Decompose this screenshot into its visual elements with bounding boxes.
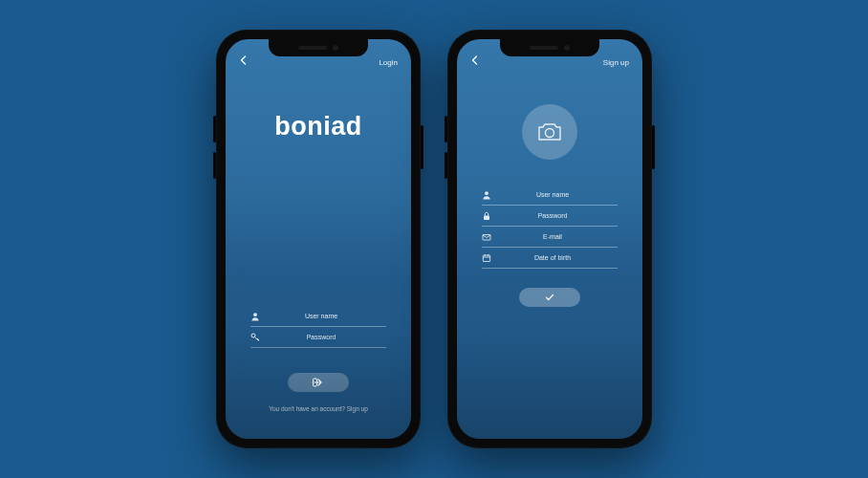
svg-point-3 (546, 129, 554, 138)
login-content: boniad (226, 70, 411, 439)
power-button (421, 125, 423, 169)
password-input[interactable] (501, 212, 618, 219)
password-field[interactable] (482, 206, 618, 227)
volume-up-button (445, 116, 447, 142)
key-icon (250, 333, 260, 342)
footnote-signup-link[interactable]: Sign up (347, 405, 368, 412)
signup-screen: Sign up (457, 39, 642, 439)
login-arrow-icon (313, 378, 324, 387)
svg-point-4 (485, 191, 488, 195)
svg-rect-7 (483, 255, 489, 262)
volume-up-button (213, 116, 216, 142)
signup-footnote: You don't have an account? Sign up (269, 405, 368, 412)
camera-icon (536, 121, 563, 142)
login-header-link[interactable]: Login (379, 58, 398, 67)
user-icon (250, 312, 260, 321)
calendar-icon (482, 253, 491, 263)
svg-rect-5 (484, 215, 489, 220)
user-icon (482, 190, 491, 200)
check-icon (544, 293, 555, 302)
back-button[interactable] (239, 55, 252, 69)
email-input[interactable] (501, 233, 618, 240)
phone-signup-mockup: Sign up (447, 30, 652, 448)
username-input[interactable] (270, 313, 386, 319)
password-input[interactable] (270, 334, 386, 340)
phone-notch (500, 39, 599, 56)
login-submit-button[interactable] (288, 373, 349, 392)
back-button[interactable] (470, 55, 484, 69)
svg-point-1 (251, 334, 255, 337)
signup-submit-button[interactable] (519, 288, 580, 307)
dob-field[interactable] (482, 248, 618, 269)
lock-icon (482, 211, 491, 221)
brand-logo: boniad (274, 112, 362, 141)
username-input[interactable] (501, 191, 618, 198)
volume-down-button (213, 152, 216, 179)
mail-icon (482, 232, 491, 242)
dob-input[interactable] (501, 254, 618, 261)
email-field[interactable] (482, 227, 618, 248)
svg-point-0 (253, 313, 257, 316)
username-field[interactable] (482, 185, 618, 206)
login-fields (250, 306, 386, 348)
footnote-text: You don't have an account? (269, 405, 347, 412)
signup-fields (482, 185, 618, 269)
signup-content (457, 70, 642, 439)
signup-header-link[interactable]: Sign up (603, 58, 629, 67)
username-field[interactable] (250, 306, 386, 327)
password-field[interactable] (250, 327, 386, 348)
phone-login-mockup: Login boniad (216, 30, 421, 448)
power-button (652, 125, 655, 169)
volume-down-button (445, 152, 447, 179)
avatar-upload[interactable] (522, 104, 577, 160)
login-screen: Login boniad (226, 39, 411, 439)
phone-notch (269, 39, 368, 56)
